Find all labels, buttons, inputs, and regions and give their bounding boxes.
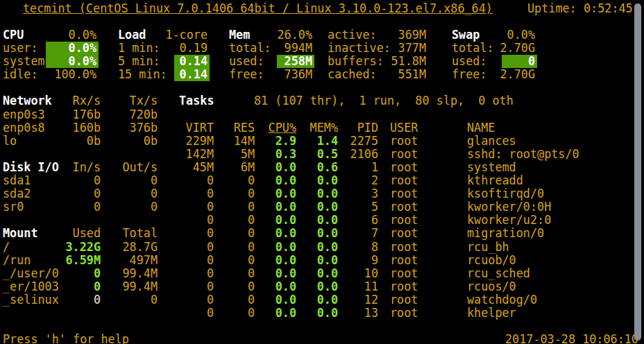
proc-user: root bbox=[390, 267, 418, 280]
diskio-in-header: In/s bbox=[46, 161, 103, 174]
proc-pid: 3 bbox=[325, 187, 380, 200]
mount-point: /run bbox=[3, 254, 31, 267]
swap-section-title: Swap bbox=[452, 28, 480, 42]
proc-header-user: USER bbox=[390, 121, 418, 135]
network-tx-value: 376b bbox=[103, 121, 160, 135]
proc-user: root bbox=[390, 227, 418, 240]
proc-user: root bbox=[390, 293, 418, 307]
proc-pid: 11 bbox=[325, 280, 380, 293]
proc-pid: 7 bbox=[325, 227, 380, 240]
proc-pid: 2 bbox=[325, 174, 380, 187]
diskio-in-value: 0 bbox=[46, 187, 103, 200]
load-section-title: Load bbox=[118, 28, 146, 42]
proc-user: root bbox=[390, 148, 418, 161]
network-rx-value: 176b bbox=[46, 108, 103, 121]
swap-percent-value: 0.0% bbox=[480, 28, 537, 42]
proc-name: rcuob/0 bbox=[467, 254, 516, 267]
proc-header-name: NAME bbox=[467, 121, 495, 135]
mem-total-value: 994M bbox=[259, 42, 314, 55]
proc-user: root bbox=[390, 307, 418, 320]
load-core-count: 1-core bbox=[154, 28, 210, 42]
terminal-screen[interactable]: tecmint (CentOS Linux 7.0.1406 64bit / L… bbox=[0, 0, 644, 344]
proc-name: ksoftirqd/0 bbox=[467, 187, 544, 200]
proc-pid: 5 bbox=[325, 200, 380, 214]
cpu-idle-label: idle: bbox=[3, 68, 38, 81]
datetime: 2017-03-28 10:06:10 bbox=[505, 333, 631, 344]
mem-active-value: 369M bbox=[373, 28, 428, 42]
network-tx-value: 720b bbox=[103, 108, 160, 121]
proc-name: rcuos/0 bbox=[467, 280, 516, 293]
proc-pid: 10 bbox=[325, 267, 380, 280]
proc-user: root bbox=[390, 280, 418, 293]
mount-total-value: 497M bbox=[103, 254, 160, 267]
proc-pid: 1 bbox=[325, 161, 380, 174]
proc-name: kworker/u2:0 bbox=[467, 214, 551, 227]
proc-pid: 2106 bbox=[325, 148, 380, 161]
tasks-summary: 81 (107 thr), 1 run, 80 slp, 0 oth bbox=[254, 94, 514, 108]
proc-header-pid: PID bbox=[325, 121, 380, 135]
mem-used-label: used: bbox=[229, 55, 264, 68]
proc-user: root bbox=[390, 187, 418, 200]
mem-inactive-value: 377M bbox=[373, 42, 428, 55]
mount-used-value: 6.59M bbox=[46, 254, 103, 267]
network-tx-value: 0b bbox=[103, 135, 160, 148]
diskio-device: sda1 bbox=[3, 174, 31, 187]
swap-total-value: 2.70G bbox=[480, 42, 537, 55]
network-tx-header: Tx/s bbox=[103, 94, 160, 108]
mem-free-value: 736M bbox=[259, 68, 314, 81]
load-1min-value: 0.19 bbox=[154, 42, 210, 55]
load-5min-label: 5 min: bbox=[118, 55, 160, 68]
proc-pid: 9 bbox=[325, 254, 380, 267]
mount-point: / bbox=[3, 241, 10, 254]
mount-total-header: Total bbox=[103, 227, 160, 240]
mem-used-value: 258M bbox=[277, 55, 314, 68]
proc-name: rcu_sched bbox=[467, 267, 530, 280]
proc-name: rcu_bh bbox=[467, 241, 509, 254]
network-interface: enp0s8 bbox=[3, 121, 45, 135]
proc-name: khelper bbox=[467, 307, 516, 320]
proc-pid: 6 bbox=[325, 214, 380, 227]
mount-total-value: 28.7G bbox=[103, 241, 160, 254]
cpu-system-value: 0.0% bbox=[46, 55, 99, 68]
proc-user: root bbox=[390, 241, 418, 254]
load-5min-value: 0.14 bbox=[174, 55, 210, 68]
proc-name: watchdog/0 bbox=[467, 293, 537, 307]
diskio-in-value: 0 bbox=[46, 174, 103, 187]
mount-used-value: 0 bbox=[46, 267, 103, 280]
proc-pid: 12 bbox=[325, 293, 380, 307]
proc-user: root bbox=[390, 254, 418, 267]
tasks-section-title: Tasks bbox=[179, 94, 214, 108]
diskio-device: sda2 bbox=[3, 187, 31, 200]
proc-name: glances bbox=[467, 135, 516, 148]
proc-pid: 8 bbox=[325, 241, 380, 254]
proc-name: sshd: root@pts/0 bbox=[467, 148, 579, 161]
proc-user: root bbox=[390, 161, 418, 174]
mount-used-value: 0 bbox=[46, 293, 103, 307]
diskio-out-value: 0 bbox=[103, 200, 160, 214]
hostname-title: tecmint (CentOS Linux 7.0.1406 64bit / L… bbox=[23, 2, 493, 15]
mount-used-value: 3.22G bbox=[46, 241, 103, 254]
proc-user: root bbox=[390, 135, 418, 148]
swap-used-label: used: bbox=[452, 55, 487, 68]
diskio-out-value: 0 bbox=[103, 174, 160, 187]
scrollbar-thumb[interactable] bbox=[634, 3, 641, 341]
proc-name: kworker/0:0H bbox=[467, 200, 551, 214]
cpu-user-value: 0.0% bbox=[46, 42, 99, 55]
network-interface: lo bbox=[3, 135, 17, 148]
mount-used-value: 0 bbox=[46, 280, 103, 293]
load-15min-label: 15 min: bbox=[118, 68, 167, 81]
cpu-system-label: system: bbox=[3, 55, 52, 68]
mem-buffers-value: 51.8M bbox=[373, 55, 428, 68]
proc-user: root bbox=[390, 200, 418, 214]
network-rx-header: Rx/s bbox=[46, 94, 103, 108]
network-interface: enp0s3 bbox=[3, 108, 45, 121]
mount-total-value: 0 bbox=[103, 293, 160, 307]
mem-active-label: active: bbox=[328, 28, 377, 42]
swap-used-value: 0 bbox=[502, 55, 537, 68]
proc-pid: 2275 bbox=[325, 135, 380, 148]
network-rx-value: 160b bbox=[46, 121, 103, 135]
diskio-device: sr0 bbox=[3, 200, 24, 214]
network-section-title: Network bbox=[3, 94, 52, 108]
uptime-label: Uptime: bbox=[527, 2, 577, 15]
load-15min-value: 0.14 bbox=[174, 68, 210, 81]
